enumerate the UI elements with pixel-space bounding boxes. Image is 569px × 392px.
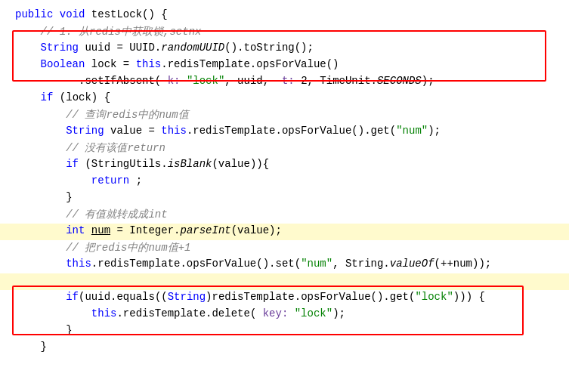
code-line-14: int num = Integer.parseInt(value); — [0, 224, 569, 240]
line-19-text: this.redisTemplate.delete( key: "lock"); — [0, 307, 569, 319]
line-18-text: if(uuid.equals((String)redisTemplate.ops… — [0, 291, 569, 303]
line-5-text: .setIfAbsent( k: "lock", uuid, t: 2, Tim… — [0, 75, 569, 87]
line-8-text: String value = this.redisTemplate.opsFor… — [0, 125, 569, 137]
code-line-3: String uuid = UUID.randomUUID().toString… — [0, 41, 569, 57]
code-line-17 — [0, 273, 569, 290]
line-14-text: int num = Integer.parseInt(value); — [0, 224, 569, 236]
code-line-2: // 1. 从redis中获取锁,setnx — [0, 24, 569, 41]
code-line-20: } — [0, 323, 569, 340]
code-line-6: if (lock) { — [0, 91, 569, 107]
code-line-18: if(uuid.equals((String)redisTemplate.ops… — [0, 290, 569, 307]
code-line-4: Boolean lock = this.redisTemplate.opsFor… — [0, 57, 569, 74]
line-20-text: } — [0, 324, 569, 336]
code-line-9: // 没有该值return — [0, 140, 569, 157]
code-line-13: // 有值就转成成int — [0, 207, 569, 224]
line-4-text: Boolean lock = this.redisTemplate.opsFor… — [0, 58, 569, 70]
line-21-text: } — [0, 341, 569, 353]
line-9-text: // 没有该值return — [0, 141, 569, 155]
line-10-text: if (StringUtils.isBlank(value)){ — [0, 158, 569, 170]
line-3-text: String uuid = UUID.randomUUID().toString… — [0, 42, 569, 54]
line-11-text: return ; — [0, 174, 569, 187]
line-17-text — [0, 274, 569, 286]
code-line-8: String value = this.redisTemplate.opsFor… — [0, 124, 569, 140]
line-12-text: } — [0, 191, 569, 203]
code-line-11: return ; — [0, 174, 569, 190]
code-line-21: } — [0, 340, 569, 357]
code-line-19: this.redisTemplate.delete( key: "lock"); — [0, 307, 569, 323]
line-7-text: // 查询redis中的num值 — [0, 108, 569, 122]
line-6-text: if (lock) { — [0, 91, 569, 103]
line-1-text: public void testLock() { — [0, 8, 569, 20]
code-line-5: .setIfAbsent( k: "lock", uuid, t: 2, Tim… — [0, 74, 569, 91]
code-line-12: } — [0, 190, 569, 207]
code-line-16: this.redisTemplate.opsForValue().set("nu… — [0, 257, 569, 273]
line-2-text: // 1. 从redis中获取锁,setnx — [0, 25, 569, 39]
code-line-10: if (StringUtils.isBlank(value)){ — [0, 157, 569, 174]
code-line-1: public void testLock() { — [0, 8, 569, 24]
line-15-text: // 把redis中的num值+1 — [0, 241, 569, 255]
code-editor: public void testLock() { // 1. 从redis中获取… — [0, 0, 569, 392]
line-16-text: this.redisTemplate.opsForValue().set("nu… — [0, 258, 569, 270]
code-line-7: // 查询redis中的num值 — [0, 107, 569, 124]
line-13-text: // 有值就转成成int — [0, 208, 569, 221]
code-line-15: // 把redis中的num值+1 — [0, 240, 569, 257]
